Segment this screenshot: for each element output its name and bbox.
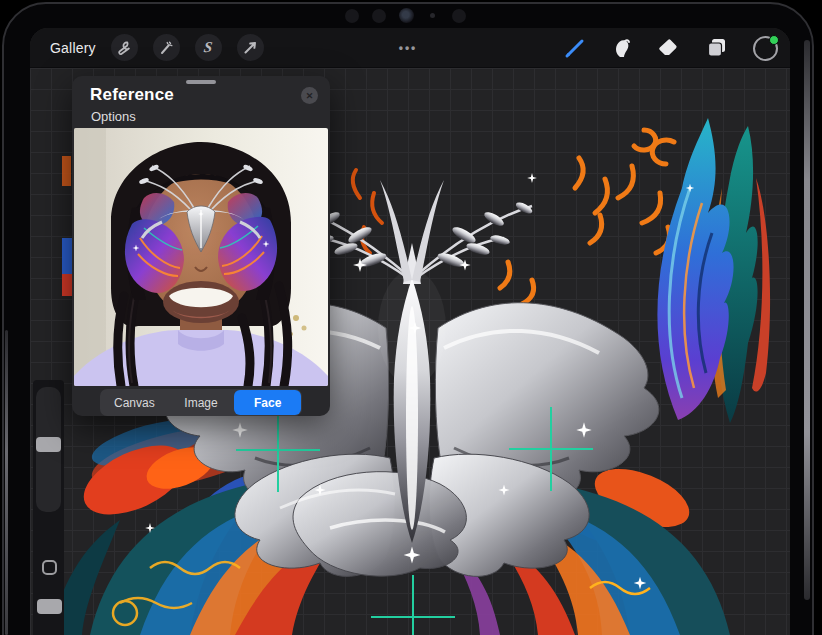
selection-s-icon: S — [203, 39, 214, 56]
reference-panel: Reference Options ✕ — [72, 76, 330, 416]
panel-drag-handle[interactable] — [186, 80, 216, 84]
camera-dot-icon — [345, 9, 359, 23]
eraser-icon[interactable] — [657, 37, 681, 59]
brush-sidebar — [33, 380, 64, 635]
face-tracking-crosshair — [236, 408, 320, 492]
adjustments-button[interactable] — [153, 34, 180, 61]
layers-icon[interactable] — [705, 36, 729, 60]
panel-title: Reference — [90, 85, 174, 105]
mic-dot-icon — [430, 13, 435, 18]
tab-image[interactable]: Image — [168, 390, 235, 415]
close-icon[interactable]: ✕ — [301, 87, 318, 104]
wrench-icon — [116, 40, 132, 56]
transform-button[interactable] — [237, 34, 264, 61]
color-ring-icon[interactable] — [753, 36, 778, 61]
color-dot — [769, 35, 779, 45]
device-edge-highlight — [804, 40, 810, 600]
magic-wand-icon — [158, 40, 174, 56]
reference-mode-tabs: Canvas Image Face — [100, 389, 302, 416]
transform-arrow-icon — [243, 40, 258, 55]
multitask-ellipsis-icon[interactable]: ••• — [386, 28, 430, 68]
device-edge-highlight — [5, 330, 8, 635]
smudge-finger-icon[interactable] — [611, 36, 633, 60]
camera-lens-icon — [399, 8, 414, 23]
face-tracking-crosshair — [371, 575, 455, 635]
paintbrush-icon[interactable] — [563, 36, 587, 60]
app-screen: Reference Options ✕ — [30, 28, 790, 635]
stage: Reference Options ✕ — [0, 0, 822, 635]
opacity-slider-handle[interactable] — [37, 599, 62, 614]
camera-dot-icon — [372, 9, 386, 23]
gallery-button[interactable]: Gallery — [50, 40, 96, 56]
actions-button[interactable] — [111, 34, 138, 61]
top-toolbar: Gallery S — [30, 28, 790, 68]
selection-button[interactable]: S — [195, 34, 222, 61]
brush-size-slider-handle[interactable] — [36, 437, 61, 452]
tab-canvas[interactable]: Canvas — [101, 390, 168, 415]
reference-face-preview — [74, 128, 328, 386]
camera-dot-icon — [452, 9, 466, 23]
face-tracking-crosshair — [509, 407, 593, 491]
panel-options-label[interactable]: Options — [91, 109, 136, 124]
tab-face[interactable]: Face — [234, 390, 301, 415]
modify-button[interactable] — [42, 560, 57, 575]
